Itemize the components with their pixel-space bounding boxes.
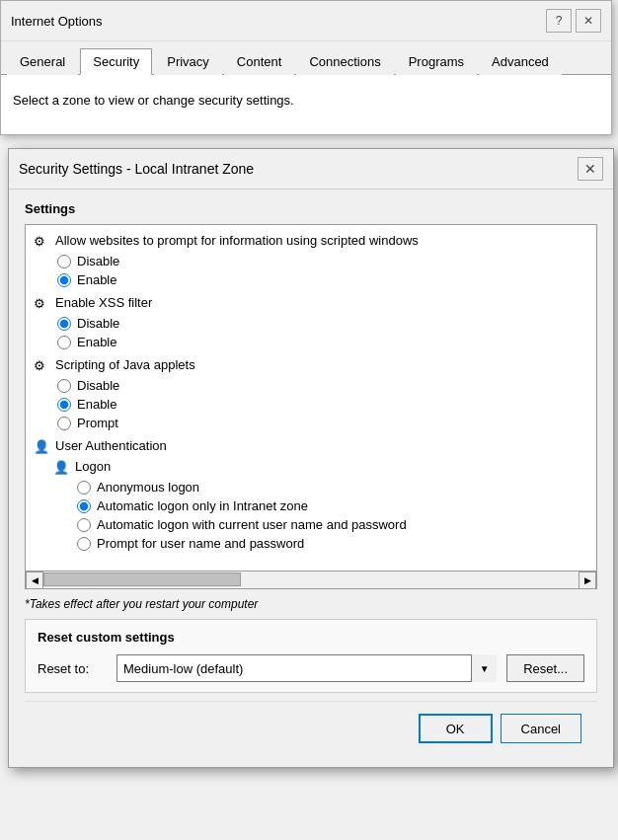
setting-header-allow-websites: ⚙ Allow websites to prompt for informati… (30, 231, 592, 252)
help-button[interactable]: ? (546, 9, 572, 33)
setting-header-logon: 👤 Logon (49, 457, 592, 478)
tab-general[interactable]: General (7, 48, 78, 75)
scroll-right-button[interactable]: ▶ (579, 572, 596, 589)
reset-title: Reset custom settings (38, 630, 584, 645)
tab-security[interactable]: Security (80, 48, 152, 75)
label-java-disable[interactable]: Disable (77, 378, 119, 393)
setting-header-xss: ⚙ Enable XSS filter (30, 293, 592, 314)
label-allow-websites-disable[interactable]: Disable (77, 254, 119, 268)
setting-text-java-scripting: Scripting of Java applets (55, 357, 588, 372)
scroll-left-button[interactable]: ◀ (26, 572, 43, 589)
tab-connections[interactable]: Connections (296, 48, 393, 75)
setting-group-allow-websites: ⚙ Allow websites to prompt for informati… (30, 231, 592, 289)
setting-header-java-scripting: ⚙ Scripting of Java applets (30, 355, 592, 376)
reset-to-label: Reset to: (38, 661, 107, 676)
label-anon-logon[interactable]: Anonymous logon (97, 480, 199, 495)
radio-auto-logon-intranet[interactable] (77, 499, 91, 513)
setting-option-java-enable: Enable (30, 395, 592, 414)
settings-list-container: ⚙ Allow websites to prompt for informati… (25, 224, 597, 589)
radio-anon-logon[interactable] (77, 481, 91, 495)
setting-icon-xss: ⚙ (34, 296, 49, 312)
setting-group-java-scripting: ⚙ Scripting of Java applets Disable Enab… (30, 355, 592, 432)
setting-option-xss-enable: Enable (30, 333, 592, 351)
internet-options-window: Internet Options ? ✕ General Security Pr… (0, 0, 612, 135)
dialog-body: Settings ⚙ Allow websites to prompt for … (9, 190, 613, 767)
setting-group-xss: ⚙ Enable XSS filter Disable Enable (30, 293, 592, 351)
titlebar-buttons: ? ✕ (546, 9, 601, 33)
internet-options-content: Select a zone to view or change security… (1, 75, 611, 134)
dialog-title: Security Settings - Local Intranet Zone (19, 161, 254, 177)
reset-button[interactable]: Reset... (506, 654, 584, 682)
setting-option-java-disable: Disable (30, 376, 592, 395)
restart-notice: *Takes effect after you restart your com… (25, 597, 597, 611)
setting-option-prompt-logon: Prompt for user name and password (49, 534, 592, 553)
horizontal-scrollbar: ◀ ▶ (26, 571, 596, 588)
tab-advanced[interactable]: Advanced (479, 48, 562, 75)
radio-allow-websites-disable[interactable] (57, 255, 71, 268)
setting-option-enable-1: Enable (30, 270, 592, 289)
reset-row: Reset to: High Medium-high Medium Medium… (38, 654, 584, 682)
setting-text-allow-websites: Allow websites to prompt for information… (55, 233, 588, 248)
radio-java-prompt[interactable] (57, 417, 71, 430)
radio-java-disable[interactable] (57, 379, 71, 393)
internet-options-title: Internet Options (11, 14, 103, 29)
setting-group-user-auth: 👤 User Authentication 👤 Logon Anonymous … (30, 436, 592, 553)
zone-description: Select a zone to view or change security… (13, 85, 599, 115)
setting-icon-java-scripting: ⚙ (34, 358, 49, 374)
tab-privacy[interactable]: Privacy (154, 48, 222, 75)
scroll-track[interactable] (43, 572, 579, 588)
tab-programs[interactable]: Programs (396, 48, 477, 75)
dialog-close-button[interactable]: ✕ (578, 157, 603, 181)
setting-text-logon: Logon (75, 459, 588, 474)
setting-option-auto-logon-intranet: Automatic logon only in Intranet zone (49, 496, 592, 515)
tabs-bar: General Security Privacy Content Connect… (1, 41, 611, 75)
cancel-button[interactable]: Cancel (501, 714, 581, 743)
label-xss-disable[interactable]: Disable (77, 316, 119, 331)
reset-section: Reset custom settings Reset to: High Med… (25, 619, 597, 693)
label-xss-enable[interactable]: Enable (77, 335, 116, 349)
label-auto-logon-intranet[interactable]: Automatic logon only in Intranet zone (97, 498, 308, 513)
dialog-titlebar: Security Settings - Local Intranet Zone … (9, 149, 613, 190)
setting-header-user-auth: 👤 User Authentication (30, 436, 592, 457)
setting-option-xss-disable: Disable (30, 314, 592, 333)
radio-xss-enable[interactable] (57, 336, 71, 349)
radio-xss-disable[interactable] (57, 317, 71, 331)
radio-allow-websites-enable[interactable] (57, 273, 71, 287)
dialog-footer: OK Cancel (25, 701, 597, 755)
ok-button[interactable]: OK (419, 714, 493, 743)
radio-prompt-logon[interactable] (77, 537, 91, 551)
close-button[interactable]: ✕ (576, 9, 601, 33)
setting-option-anon-logon: Anonymous logon (49, 478, 592, 496)
label-java-prompt[interactable]: Prompt (77, 416, 118, 430)
scroll-thumb (43, 573, 241, 586)
setting-text-xss: Enable XSS filter (55, 295, 588, 310)
settings-label: Settings (25, 201, 597, 216)
reset-dropdown[interactable]: High Medium-high Medium Medium-low (defa… (116, 654, 497, 682)
label-auto-logon-current[interactable]: Automatic logon with current user name a… (97, 517, 407, 532)
internet-options-titlebar: Internet Options ? ✕ (1, 1, 611, 41)
dropdown-wrapper: High Medium-high Medium Medium-low (defa… (116, 654, 497, 682)
security-settings-dialog: Security Settings - Local Intranet Zone … (8, 148, 614, 768)
setting-icon-allow-websites: ⚙ (34, 234, 49, 250)
setting-text-user-auth: User Authentication (55, 438, 588, 453)
label-allow-websites-enable[interactable]: Enable (77, 272, 116, 287)
settings-list-scroll[interactable]: ⚙ Allow websites to prompt for informati… (26, 225, 596, 571)
setting-icon-user-auth: 👤 (34, 439, 49, 455)
label-prompt-logon[interactable]: Prompt for user name and password (97, 536, 304, 551)
label-java-enable[interactable]: Enable (77, 397, 116, 412)
setting-option-auto-logon-current: Automatic logon with current user name a… (49, 515, 592, 534)
radio-java-enable[interactable] (57, 398, 71, 412)
setting-option-java-prompt: Prompt (30, 414, 592, 432)
tab-content[interactable]: Content (224, 48, 295, 75)
setting-icon-logon: 👤 (53, 460, 69, 476)
setting-option-disable-1: Disable (30, 252, 592, 270)
radio-auto-logon-current[interactable] (77, 518, 91, 532)
